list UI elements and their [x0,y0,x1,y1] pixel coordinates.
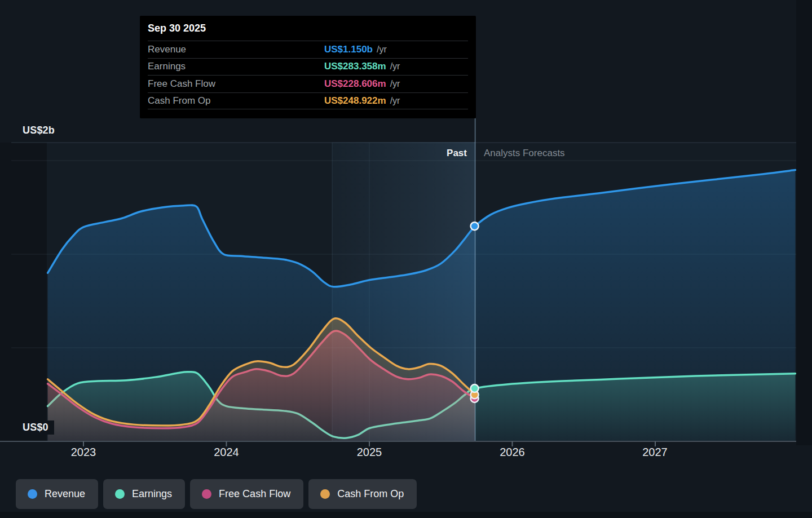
legend-toggle-free-cash-flow[interactable]: Free Cash Flow [190,479,303,509]
right-margin-shade [796,0,812,445]
x-tick-2024: 2024 [214,446,239,459]
tooltip-label: Revenue [148,44,324,55]
tooltip-value: US$283.358m [324,61,386,72]
legend-label: Earnings [132,488,172,500]
legend-toggle-earnings[interactable]: Earnings [103,479,185,509]
tooltip-row-cash-from-op: Cash From Op US$248.922m /yr [148,92,468,110]
left-margin-shade [0,143,47,441]
past-section-label: Past [354,148,467,159]
tooltip-date: Sep 30 2025 [148,16,468,41]
bottom-edge-strip [0,512,812,518]
earnings-dot-icon [115,489,125,499]
tooltip-value: US$1.150b [324,44,373,55]
tooltip-row-earnings: Earnings US$283.358m /yr [148,58,468,76]
legend-label: Revenue [45,488,85,500]
tooltip-unit: /yr [390,61,400,72]
tooltip-row-revenue: Revenue US$1.150b /yr [148,41,468,58]
chart-panel: US$2b US$0 Past Analysts Forecasts 2023 … [0,0,812,518]
tooltip-label: Earnings [148,61,324,72]
tooltip-row-free-cash-flow: Free Cash Flow US$228.606m /yr [148,75,468,92]
revenue-marker-dot[interactable] [471,222,479,230]
tooltip-unit: /yr [377,45,387,55]
x-tick-2027: 2027 [642,446,668,459]
tooltip-value: US$228.606m [324,78,386,90]
tooltip-unit: /yr [390,96,400,106]
tooltip-label: Free Cash Flow [148,78,324,90]
tooltip-value: US$248.922m [324,95,386,107]
x-tick-2023: 2023 [71,446,96,459]
tooltip-label: Cash From Op [148,95,324,107]
forecast-section-label: Analysts Forecasts [484,148,565,159]
x-tick-2026: 2026 [500,446,525,459]
cash-from-op-dot-icon [320,489,330,499]
legend-toggle-cash-from-op[interactable]: Cash From Op [308,479,417,509]
x-tick-2025: 2025 [357,446,382,459]
legend-label: Free Cash Flow [219,488,290,500]
legend-toggle-revenue[interactable]: Revenue [16,479,98,509]
y-axis-zero-label: US$0 [23,420,54,435]
earnings-marker-dot[interactable] [471,384,479,392]
hover-tooltip: Sep 30 2025 Revenue US$1.150b /yr Earnin… [140,16,476,118]
legend-label: Cash From Op [337,488,404,500]
revenue-dot-icon [28,489,37,499]
tooltip-unit: /yr [390,79,400,89]
free-cash-flow-dot-icon [202,489,211,499]
y-axis-max-label: US$2b [23,125,55,136]
legend: Revenue Earnings Free Cash Flow Cash Fro… [16,479,417,509]
